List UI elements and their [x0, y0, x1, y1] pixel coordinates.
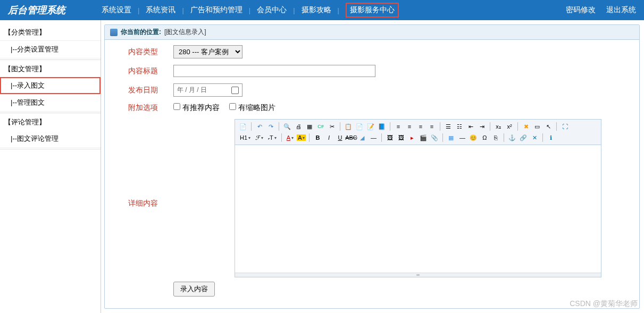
sidebar-item-manage-article[interactable]: |--管理图文	[0, 94, 101, 112]
multi-image-icon[interactable]: 🖼	[396, 133, 406, 142]
thumbnail-label: 有缩略图片	[238, 103, 275, 112]
outdent-icon[interactable]: ⇥	[477, 122, 487, 131]
publish-date-input[interactable]: 年 / 月 / 日	[173, 83, 242, 97]
quote-icon[interactable]: —	[369, 133, 378, 142]
align-justify-icon[interactable]: ≡	[427, 122, 437, 131]
media-icon[interactable]: 🎬	[419, 133, 428, 142]
font-family-dropdown[interactable]: ℱ	[254, 134, 265, 141]
copy-icon[interactable]: 📋	[344, 122, 353, 131]
top-nav-bar: 后台管理系统 系统设置 | 系统资讯 | 广告和预约管理 | 会员中心 | 摄影…	[0, 0, 644, 20]
table-icon[interactable]: ▦	[446, 133, 456, 142]
cut-icon[interactable]: ✂	[327, 122, 337, 131]
site-logo: 后台管理系统	[8, 4, 65, 16]
link-icon[interactable]: 🔗	[518, 133, 528, 142]
logout-link[interactable]: 退出系统	[606, 5, 636, 15]
breadcrumb-prefix: 你当前的位置:	[121, 28, 161, 37]
content-title-input[interactable]	[173, 65, 375, 77]
preview-icon[interactable]: 🔍	[282, 122, 292, 131]
anchor-icon[interactable]: ⚓	[507, 133, 517, 142]
bold-icon[interactable]: B	[313, 133, 322, 142]
hr-icon[interactable]: —	[457, 133, 467, 142]
sidebar-item-comment-manage[interactable]: |--图文评论管理	[0, 130, 101, 148]
nav-system-news[interactable]: 系统资讯	[146, 5, 175, 15]
sidebar-item-input-article[interactable]: |--录入图文	[0, 77, 101, 94]
underline-icon[interactable]: U	[335, 133, 345, 142]
rich-text-editor: 📄 ↶ ↷ 🔍 🖨 ▦ C# ✂	[235, 119, 601, 277]
paste-word-icon[interactable]: 📘	[377, 122, 387, 131]
thumbnail-checkbox[interactable]	[229, 103, 236, 110]
breadcrumb-location: [图文信息录入]	[164, 28, 206, 37]
fullscreen-icon[interactable]: ⛶	[560, 122, 570, 131]
nav-member-center[interactable]: 会员中心	[257, 5, 287, 15]
paste-icon[interactable]: 📄	[355, 122, 364, 131]
paste-text-icon[interactable]: 📝	[366, 122, 375, 131]
date-placeholder: 年 / 月 / 日	[177, 86, 207, 95]
sidebar: 【分类管理】 |--分类设置管理 【图文管理】 |--录入图文 |--管理图文 …	[0, 20, 101, 313]
align-left-icon[interactable]: ≡	[394, 122, 403, 131]
nav-system-settings[interactable]: 系统设置	[102, 5, 131, 15]
cursor-icon[interactable]: ↖	[543, 122, 553, 131]
label-publish-date: 发布日期	[112, 86, 173, 95]
flash-icon[interactable]: ▸	[407, 133, 417, 142]
article-form: 内容类型 280 --- 客户案例 内容标题 发布日期	[105, 40, 639, 302]
opt-recommend-wrap[interactable]: 有推荐内容	[173, 103, 222, 112]
change-password-link[interactable]: 密码修改	[566, 5, 596, 15]
heading-dropdown[interactable]: H1	[238, 134, 252, 141]
main-panel: 你当前的位置: [图文信息录入] 内容类型 280 --- 客户案例 内容标题	[104, 24, 640, 309]
nav-separator: |	[138, 6, 139, 14]
pagebreak-icon[interactable]: ⎘	[491, 133, 500, 142]
recommend-checkbox[interactable]	[173, 103, 180, 110]
opt-thumb-wrap[interactable]: 有缩略图片	[229, 103, 275, 112]
nav-separator: |	[293, 6, 295, 14]
label-content-title: 内容标题	[112, 66, 173, 76]
recommend-label: 有推荐内容	[182, 103, 220, 112]
strike-icon[interactable]: ABC	[346, 133, 356, 142]
select-all-icon[interactable]: ▭	[532, 122, 542, 131]
calendar-icon	[231, 87, 239, 94]
code-icon[interactable]: C#	[316, 122, 325, 131]
nav-separator: |	[338, 6, 339, 14]
bg-color-dropdown[interactable]: A	[297, 134, 306, 141]
unlink-icon[interactable]: ✕	[530, 133, 539, 142]
font-size-dropdown[interactable]: ᵣT	[266, 134, 278, 141]
remove-format-icon[interactable]: ◢	[357, 133, 367, 142]
align-right-icon[interactable]: ≡	[416, 122, 425, 131]
clear-format-icon[interactable]: ✖	[521, 122, 531, 131]
breadcrumb: 你当前的位置: [图文信息录入]	[105, 25, 639, 40]
sidebar-group-comment: 【评论管理】	[0, 114, 101, 130]
image-icon[interactable]: 🖼	[385, 133, 395, 142]
nav-separator: |	[249, 6, 250, 14]
label-detail-content: 详细内容	[112, 119, 173, 208]
content-type-select[interactable]: 280 --- 客户案例	[173, 45, 242, 58]
ordered-list-icon[interactable]: ☰	[444, 122, 453, 131]
label-extra-options: 附加选项	[112, 103, 173, 113]
redo-icon[interactable]: ↷	[266, 122, 275, 131]
label-content-type: 内容类型	[112, 47, 173, 57]
nav-photo-tips[interactable]: 摄影攻略	[302, 5, 331, 15]
source-icon[interactable]: 📄	[238, 122, 248, 131]
sidebar-group-category: 【分类管理】	[0, 24, 101, 41]
nav-separator: |	[182, 6, 183, 14]
italic-icon[interactable]: I	[324, 133, 333, 142]
subscript-icon[interactable]: x₂	[494, 122, 503, 131]
submit-button[interactable]: 录入内容	[173, 282, 215, 297]
nav-photo-service[interactable]: 摄影服务中心	[346, 3, 399, 18]
sidebar-item-category-settings[interactable]: |--分类设置管理	[0, 41, 101, 58]
unordered-list-icon[interactable]: ☷	[455, 122, 464, 131]
template-icon[interactable]: ▦	[305, 122, 314, 131]
indent-icon[interactable]: ⇤	[466, 122, 475, 131]
text-color-dropdown[interactable]: A	[285, 134, 295, 141]
editor-content-area[interactable]	[235, 145, 601, 273]
nav-ads-booking[interactable]: 广告和预约管理	[190, 5, 242, 15]
editor-resize-handle[interactable]: ═	[235, 273, 601, 277]
emoji-icon[interactable]: 😊	[469, 133, 478, 142]
file-icon[interactable]: 📎	[430, 133, 439, 142]
special-char-icon[interactable]: Ω	[480, 133, 489, 142]
print-icon[interactable]: 🖨	[294, 122, 303, 131]
undo-icon[interactable]: ↶	[255, 122, 264, 131]
align-center-icon[interactable]: ≡	[405, 122, 414, 131]
about-icon[interactable]: ℹ	[546, 133, 556, 142]
superscript-icon[interactable]: x²	[505, 122, 514, 131]
breadcrumb-icon	[110, 29, 118, 36]
top-nav: 系统设置 | 系统资讯 | 广告和预约管理 | 会员中心 | 摄影攻略 | 摄影…	[97, 3, 566, 18]
